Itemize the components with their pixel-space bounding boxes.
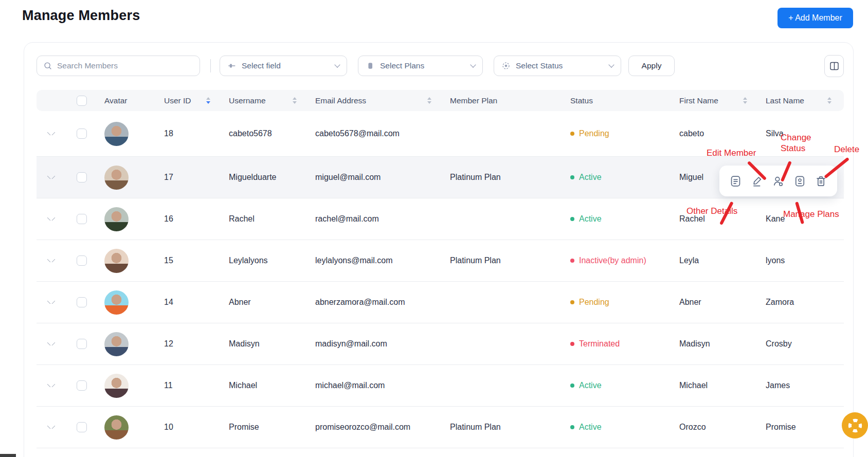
annotation-change-status: Change Status <box>781 132 820 154</box>
last-name-cell: Crosby <box>761 339 845 349</box>
email-cell: leylalyons@mail.com <box>310 256 445 265</box>
header-first-name[interactable]: First Name <box>674 96 761 105</box>
expand-row-chevron-icon[interactable] <box>47 217 55 221</box>
status-text: Pending <box>579 298 609 307</box>
user-id-cell: 18 <box>159 129 224 138</box>
sort-icon[interactable] <box>293 97 297 104</box>
status-text: Active <box>579 423 602 432</box>
member-plan-cell: Platinum Plan <box>445 256 565 265</box>
select-status-label: Select Status <box>516 61 604 70</box>
select-all-checkbox[interactable] <box>77 96 87 106</box>
user-id-cell: 14 <box>159 298 224 307</box>
avatar <box>104 166 129 190</box>
last-name-cell: Zamora <box>761 298 845 307</box>
row-action-bar <box>719 166 837 196</box>
badge-icon[interactable] <box>793 175 806 188</box>
last-name-cell: James <box>761 381 845 390</box>
header-status: Status <box>565 96 674 105</box>
header-email[interactable]: Email Address <box>310 96 445 105</box>
add-member-button[interactable]: + Add Member <box>777 8 853 28</box>
first-name-cell: Abner <box>674 298 761 307</box>
avatar <box>104 290 129 315</box>
table-row: 10 Promise promiseorozco@mail.com Platin… <box>37 407 844 448</box>
user-id-cell: 17 <box>159 173 224 182</box>
row-checkbox[interactable] <box>77 422 87 432</box>
document-icon[interactable] <box>729 175 742 188</box>
header-member-plan: Member Plan <box>445 96 565 105</box>
support-fab-button[interactable] <box>842 412 868 438</box>
toolbar: Select field Select Plans Select Status … <box>37 56 844 76</box>
sort-icon[interactable] <box>206 97 210 104</box>
expand-row-chevron-icon[interactable] <box>47 384 55 387</box>
email-cell: madisyn@mail.com <box>310 339 445 349</box>
member-plan-cell: Platinum Plan <box>445 173 565 182</box>
status-text: Active <box>579 173 602 182</box>
avatar <box>104 374 129 398</box>
status-ring-icon <box>501 61 511 70</box>
header-avatar: Avatar <box>98 96 159 105</box>
chevron-down-icon <box>334 62 340 67</box>
user-id-cell: 11 <box>159 381 224 390</box>
username-cell: Promise <box>224 423 310 432</box>
select-field-dropdown[interactable]: Select field <box>220 56 347 76</box>
header-user-id[interactable]: User ID <box>159 96 224 105</box>
row-checkbox[interactable] <box>77 380 87 391</box>
table-row: 11 Michael michael@mail.com Active Micha… <box>37 365 844 407</box>
username-cell: cabeto5678 <box>224 129 310 138</box>
username-cell: Michael <box>224 381 310 390</box>
status-cell: Pending <box>565 298 674 307</box>
status-text: Active <box>579 214 602 224</box>
row-checkbox[interactable] <box>77 255 87 266</box>
status-dot-icon <box>570 342 574 346</box>
expand-row-chevron-icon[interactable] <box>47 342 55 345</box>
sort-icon[interactable] <box>827 97 831 104</box>
username-cell: Abner <box>224 298 310 307</box>
toolbar-divider <box>210 59 211 72</box>
header-last-name[interactable]: Last Name <box>761 96 845 105</box>
search-input[interactable] <box>57 61 193 70</box>
select-status-dropdown[interactable]: Select Status <box>494 56 621 76</box>
members-card: Select field Select Plans Select Status … <box>24 42 854 457</box>
annotation-delete: Delete <box>834 144 859 155</box>
row-checkbox[interactable] <box>77 339 87 349</box>
annotation-manage-plans: Manage Plans <box>783 209 839 220</box>
sort-icon[interactable] <box>743 97 747 104</box>
table-row: 14 Abner abnerzamora@mail.com Pending Ab… <box>37 282 844 323</box>
last-name-cell: Promise <box>761 423 845 432</box>
row-checkbox[interactable] <box>77 172 87 182</box>
column-toggle-button[interactable] <box>824 55 844 77</box>
status-text: Inactive(by admin) <box>579 256 646 265</box>
user-id-cell: 15 <box>159 256 224 265</box>
expand-row-chevron-icon[interactable] <box>47 426 55 429</box>
apply-button[interactable]: Apply <box>628 56 675 76</box>
row-checkbox[interactable] <box>77 214 87 224</box>
status-text: Pending <box>579 129 609 138</box>
member-plan-cell: Platinum Plan <box>445 423 565 432</box>
row-checkbox[interactable] <box>77 129 87 139</box>
username-cell: Rachel <box>224 214 310 224</box>
chevron-down-icon <box>470 62 476 67</box>
status-cell: Pending <box>565 129 674 138</box>
corner-strip <box>0 454 16 457</box>
status-dot-icon <box>570 132 574 136</box>
row-checkbox[interactable] <box>77 297 87 307</box>
email-cell: rachel@mail.com <box>310 214 445 224</box>
status-dot-icon <box>570 300 574 304</box>
username-cell: Miguelduarte <box>224 173 310 182</box>
email-cell: abnerzamora@mail.com <box>310 298 445 307</box>
status-cell: Active <box>565 381 674 390</box>
expand-row-chevron-icon[interactable] <box>47 259 55 262</box>
email-cell: michael@mail.com <box>310 381 445 390</box>
header-username[interactable]: Username <box>224 96 310 105</box>
first-name-cell: Leyla <box>674 256 761 265</box>
expand-row-chevron-icon[interactable] <box>47 301 55 304</box>
user-id-cell: 10 <box>159 423 224 432</box>
status-cell: Active <box>565 173 674 182</box>
expand-row-chevron-icon[interactable] <box>47 132 55 135</box>
select-plans-dropdown[interactable]: Select Plans <box>358 56 483 76</box>
first-name-cell: Orozco <box>674 423 761 432</box>
status-dot-icon <box>570 425 574 429</box>
sort-icon[interactable] <box>427 97 431 104</box>
username-cell: Leylalyons <box>224 256 310 265</box>
expand-row-chevron-icon[interactable] <box>47 176 55 179</box>
